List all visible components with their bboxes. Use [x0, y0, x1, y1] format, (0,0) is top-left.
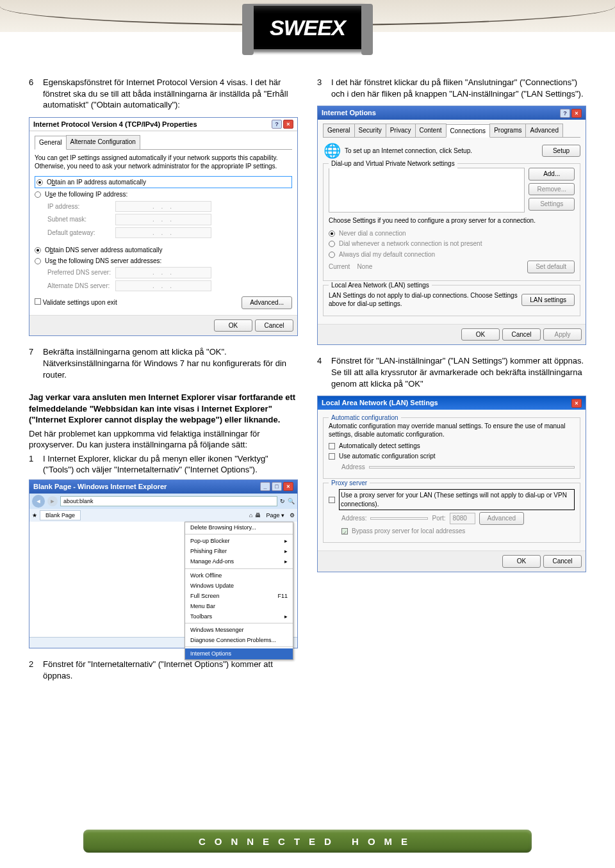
ok-button[interactable]: OK	[461, 328, 500, 341]
step-number: 7	[29, 346, 38, 380]
menu-item[interactable]: Work Offline	[185, 570, 293, 581]
maximize-icon[interactable]: □	[272, 482, 282, 491]
tab-alternate[interactable]: Alternate Configuration	[66, 135, 140, 149]
tab-content[interactable]: Content	[415, 124, 447, 138]
menu-item[interactable]: Diagnose Connection Problems...	[185, 635, 293, 645]
cancel-button[interactable]: Cancel	[255, 319, 293, 332]
proxy-port-field: 8080	[450, 513, 475, 524]
add-button[interactable]: Add...	[529, 168, 575, 181]
ipv4-tabs: General Alternate Configuration	[35, 135, 292, 150]
cancel-button[interactable]: Cancel	[543, 555, 582, 568]
menu-item[interactable]: Menu Bar	[185, 601, 293, 611]
subnet-field: . . .	[115, 214, 211, 225]
radio-label: Use the following DNS server addresses:	[45, 257, 161, 266]
radio-label: Use the following IP address:	[45, 190, 127, 199]
dialog-title: Local Area Network (LAN) Settings	[322, 398, 438, 408]
left-column: 6 Egenskapsfönstret för Internet Protoco…	[29, 77, 298, 684]
ie-title-bar: Blank Page - Windows Internet Explorer _…	[29, 480, 297, 494]
logo-wrap: SWEEX	[247, 4, 368, 51]
radio-label: Obtain an IP address automatically	[47, 178, 146, 187]
footer-bar: CONNECTED HOME	[83, 830, 532, 853]
back-icon[interactable]: ◄	[32, 495, 45, 508]
lbl-current: Current	[329, 263, 350, 270]
radio-use-ip[interactable]: Use the following IP address:	[35, 190, 292, 199]
cancel-button[interactable]: Cancel	[502, 328, 541, 341]
radio-auto-ip[interactable]: Obtain an IP address automatically	[35, 176, 292, 189]
menu-item[interactable]: Phishing Filter▸	[185, 546, 293, 556]
menu-item[interactable]: Delete Browsing History...	[185, 522, 293, 533]
lbl-port: Port:	[432, 514, 445, 523]
group-title: Automatic configuration	[329, 414, 401, 422]
step-text: Bekräfta inställningarna genom att klick…	[43, 346, 298, 380]
lbl-ip: IP address:	[47, 202, 111, 211]
chk-auto-detect[interactable]: Automatically detect settings	[329, 442, 575, 451]
chk-validate[interactable]: Validate settings upon exit	[35, 298, 117, 307]
connections-listbox[interactable]	[329, 168, 525, 213]
dialup-group: Dial-up and Virtual Private Network sett…	[323, 163, 580, 281]
tools-icon[interactable]: ⚙	[290, 511, 295, 519]
menu-item[interactable]: Full ScreenF11	[185, 591, 293, 601]
menu-item[interactable]: Windows Messenger	[185, 625, 293, 635]
home-icon[interactable]: ⌂	[249, 511, 252, 519]
radio-auto-dns[interactable]: Obtain DNS server address automatically	[35, 246, 292, 255]
step-text: Fönstret för "LAN-inställningar" ("LAN S…	[331, 355, 586, 389]
chk-use-script[interactable]: Use automatic configuration script	[329, 452, 575, 461]
search-icon[interactable]: 🔍	[288, 497, 295, 505]
dialog-title: Internet Options	[322, 108, 376, 118]
tab-general[interactable]: General	[35, 136, 67, 150]
lbl-addr2: Address:	[341, 514, 366, 523]
auto-text: Automatic configuration may override man…	[329, 422, 575, 439]
brand-logo: SWEEX	[247, 4, 368, 51]
close-icon[interactable]: ×	[283, 120, 293, 129]
step-number: 1	[29, 453, 38, 476]
menu-item[interactable]: Windows Update	[185, 581, 293, 591]
auto-config-group: Automatic configuration Automatic config…	[323, 417, 580, 479]
close-icon[interactable]: ×	[571, 399, 582, 408]
favorites-icon[interactable]: ★	[32, 511, 37, 519]
tab-connections[interactable]: Connections	[446, 124, 491, 138]
ok-button[interactable]: OK	[502, 555, 541, 568]
step-3: 3 I det här fönstret klickar du på flike…	[317, 77, 586, 99]
page: SWEEX 6 Egenskapsfönstret för Internet P…	[0, 0, 615, 868]
ie-window: Blank Page - Windows Internet Explorer _…	[29, 479, 298, 648]
remove-button: Remove...	[529, 183, 575, 196]
radio-always-dial: Always dial my default connection	[329, 250, 575, 259]
advanced-button[interactable]: Advanced...	[242, 296, 292, 309]
lbl-dns1: Preferred DNS server:	[47, 268, 111, 277]
tab-advanced[interactable]: Advanced	[525, 124, 562, 138]
refresh-icon[interactable]: ↻	[280, 497, 285, 505]
chk-use-proxy[interactable]: Use a proxy server for your LAN (These s…	[329, 489, 575, 510]
dialog-title-bar: Local Area Network (LAN) Settings ×	[318, 396, 586, 410]
setup-button[interactable]: Setup	[542, 145, 580, 157]
lan-settings-button[interactable]: LAN settings	[521, 294, 575, 307]
lan-text: LAN Settings do not apply to dial-up con…	[329, 291, 518, 309]
help-icon[interactable]: ?	[560, 109, 570, 118]
tools-menu: Delete Browsing History... Pop-up Blocke…	[184, 522, 293, 660]
radio-use-dns[interactable]: Use the following DNS server addresses:	[35, 257, 292, 266]
print-icon[interactable]: 🖶	[255, 511, 261, 519]
setup-text: To set up an Internet connection, click …	[345, 147, 538, 156]
choose-text: Choose Settings if you need to configure…	[329, 216, 575, 225]
ok-button[interactable]: OK	[214, 319, 252, 332]
problem-text: Det här problemet kan uppkomma vid felak…	[29, 428, 298, 451]
ie-tab[interactable]: Blank Page	[40, 510, 81, 520]
globe-icon: 🌐	[323, 141, 341, 159]
tab-privacy[interactable]: Privacy	[386, 124, 416, 138]
tab-general[interactable]: General	[323, 124, 355, 138]
menu-item[interactable]: Manage Add-ons▸	[185, 556, 293, 567]
lbl-none: None	[357, 263, 372, 270]
tab-security[interactable]: Security	[354, 124, 386, 138]
minimize-icon[interactable]: _	[260, 482, 270, 491]
menu-item[interactable]: Toolbars▸	[185, 611, 293, 622]
ie-toolbar: ◄ ► about:blank ↻ 🔍	[29, 494, 297, 509]
forward-icon[interactable]: ►	[47, 496, 58, 506]
tab-programs[interactable]: Programs	[489, 124, 526, 138]
help-icon[interactable]: ?	[272, 120, 282, 129]
radio-icon	[37, 179, 43, 186]
close-icon[interactable]: ×	[283, 482, 293, 491]
menu-item[interactable]: Pop-up Blocker▸	[185, 536, 293, 546]
close-icon[interactable]: ×	[571, 109, 582, 118]
right-column: 3 I det här fönstret klickar du på flike…	[317, 77, 586, 684]
address-bar[interactable]: about:blank	[60, 496, 277, 506]
menu-item-internet-options[interactable]: Internet Options	[185, 648, 293, 659]
